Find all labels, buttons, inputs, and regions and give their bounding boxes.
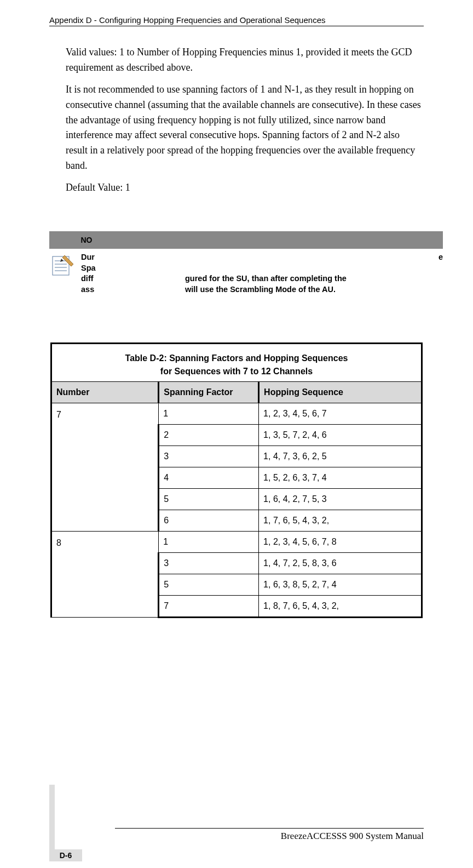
note-line1-left: Dur — [81, 252, 95, 263]
cell-factor: 1 — [159, 532, 259, 553]
cell-factor: 5 — [159, 574, 259, 596]
note-body: Dur e Spa diff gured for the SU, than af… — [49, 249, 443, 295]
table-row: 8 1 1, 2, 3, 4, 5, 6, 7, 8 — [51, 532, 422, 553]
table-header-row: Number Spanning Factor Hopping Sequence — [51, 382, 422, 403]
note-text: Dur e Spa diff gured for the SU, than af… — [81, 251, 443, 295]
note-line3-left: diff — [81, 273, 185, 284]
note-block: NO Dur e Spa — [49, 231, 443, 295]
body-content: Valid values: 1 to Number of Hopping Fre… — [66, 45, 424, 202]
table-title-line2: for Sequences with 7 to 12 Channels — [160, 367, 313, 376]
cell-sequence: 1, 7, 6, 5, 4, 3, 2, — [259, 510, 422, 532]
cell-factor: 7 — [159, 596, 259, 618]
note-line4-right: will use the Scrambling Mode of the AU. — [185, 284, 336, 295]
note-line4-left: ass — [81, 284, 185, 295]
note-icon — [49, 251, 76, 277]
cell-factor: 5 — [159, 489, 259, 510]
cell-sequence: 1, 4, 7, 3, 6, 2, 5 — [259, 446, 422, 467]
page-number: D-6 — [49, 849, 82, 861]
col-header-number: Number — [51, 382, 159, 403]
paragraph-default: Default Value: 1 — [66, 180, 424, 196]
table-title-cell: Table D-2: Spanning Factors and Hopping … — [51, 344, 422, 382]
page-header: Appendix D - Configuring Hopping Frequen… — [49, 15, 424, 26]
cell-number: 8 — [51, 532, 159, 618]
paragraph-recommendation: It is not recommended to use spanning fa… — [66, 82, 424, 174]
note-line2: Spa — [81, 263, 443, 274]
footer-manual-title: BreezeACCESSS 900 System Manual — [49, 829, 424, 842]
cell-factor: 3 — [159, 553, 259, 574]
cell-sequence: 1, 8, 7, 6, 5, 4, 3, 2, — [259, 596, 422, 618]
note-line3-right: gured for the SU, than after completing … — [185, 273, 347, 284]
page-footer: BreezeACCESSS 900 System Manual — [49, 828, 424, 842]
paragraph-valid-values: Valid values: 1 to Number of Hopping Fre… — [66, 45, 424, 76]
cell-factor: 4 — [159, 467, 259, 489]
document-page: Appendix D - Configuring Hopping Frequen… — [0, 0, 473, 868]
cell-factor: 2 — [159, 425, 259, 446]
spanning-factors-table-wrap: Table D-2: Spanning Factors and Hopping … — [50, 342, 423, 618]
cell-factor: 1 — [159, 403, 259, 425]
note-header: NO — [49, 231, 443, 249]
cell-sequence: 1, 4, 7, 2, 5, 8, 3, 6 — [259, 553, 422, 574]
table-title-line1: Table D-2: Spanning Factors and Hopping … — [125, 353, 348, 363]
cell-sequence: 1, 5, 2, 6, 3, 7, 4 — [259, 467, 422, 489]
cell-sequence: 1, 6, 4, 2, 7, 5, 3 — [259, 489, 422, 510]
table-row: 7 1 1, 2, 3, 4, 5, 6, 7 — [51, 403, 422, 425]
cell-sequence: 1, 2, 3, 4, 5, 6, 7, 8 — [259, 532, 422, 553]
note-label: NO — [70, 236, 103, 244]
appendix-title: Appendix D - Configuring Hopping Frequen… — [49, 15, 326, 25]
col-header-sequence: Hopping Sequence — [259, 382, 422, 403]
cell-factor: 6 — [159, 510, 259, 532]
spanning-factors-table: Table D-2: Spanning Factors and Hopping … — [50, 342, 423, 618]
cell-factor: 3 — [159, 446, 259, 467]
cell-number: 7 — [51, 403, 159, 532]
note-line1-right: e — [439, 252, 443, 263]
cell-sequence: 1, 6, 3, 8, 5, 2, 7, 4 — [259, 574, 422, 596]
cell-sequence: 1, 3, 5, 7, 2, 4, 6 — [259, 425, 422, 446]
cell-sequence: 1, 2, 3, 4, 5, 6, 7 — [259, 403, 422, 425]
table-title-row: Table D-2: Spanning Factors and Hopping … — [51, 344, 422, 382]
col-header-factor: Spanning Factor — [159, 382, 259, 403]
